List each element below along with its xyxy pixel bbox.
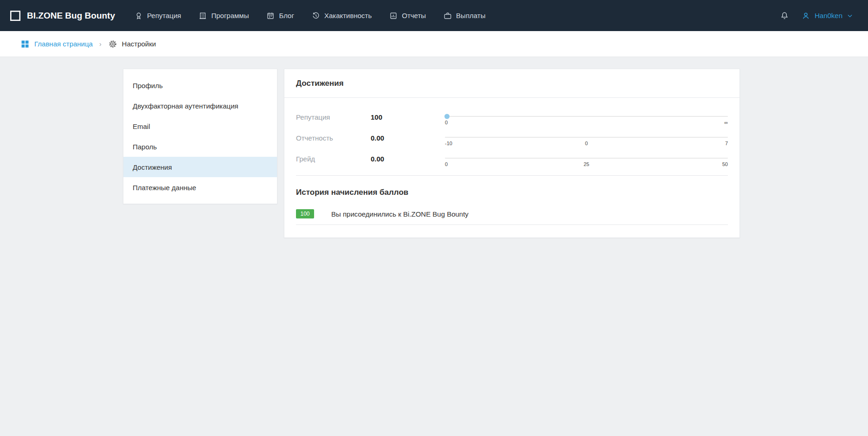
scale-mid: 25: [584, 161, 589, 167]
breadcrumb-current-label: Настройки: [122, 40, 156, 48]
sidebar-item-label: Профиль: [133, 82, 163, 90]
reputation-slider: 0 ∞: [445, 113, 728, 125]
slider-track: [445, 158, 728, 159]
history-title: История начисления баллов: [296, 188, 728, 197]
breadcrumb-home[interactable]: Главная страница: [20, 39, 93, 49]
sidebar-item-label: Пароль: [133, 143, 157, 151]
nav-label: Блог: [279, 12, 294, 19]
sidebar-item-profile[interactable]: Профиль: [123, 75, 277, 96]
nav-label: Репутация: [147, 12, 181, 19]
metric-row-grade: Грейд 0.00 0 25 50: [296, 154, 728, 167]
nav-right-area: Han0ken: [780, 11, 853, 20]
grade-slider: 0 25 50: [445, 154, 728, 167]
nav-item-blog[interactable]: Блог: [266, 12, 294, 20]
scale-max: 7: [725, 141, 728, 146]
programs-icon: [199, 12, 207, 20]
user-icon: [801, 11, 810, 20]
dashboard-icon: [20, 39, 30, 49]
slider-handle: [444, 114, 450, 119]
blog-icon: [266, 12, 275, 20]
user-menu[interactable]: Han0ken: [801, 11, 853, 20]
history-entry-text: Вы присоединились к Bi.ZONE Bug Bounty: [331, 210, 469, 218]
slider-track: [445, 137, 728, 138]
username: Han0ken: [815, 12, 842, 19]
content-area: Профиль Двухфакторная аутентификация Ema…: [123, 69, 868, 238]
scale-max: ∞: [724, 120, 728, 125]
reporting-slider: -10 0 7: [445, 134, 728, 146]
scale-min: 0: [445, 161, 448, 167]
sidebar-item-two-factor[interactable]: Двухфакторная аутентификация: [123, 96, 277, 116]
nav-label: Хакактивность: [324, 12, 372, 19]
history-entry: 100 Вы присоединились к Bi.ZONE Bug Boun…: [296, 209, 728, 225]
sidebar-item-label: Платежные данные: [133, 184, 196, 192]
achievements-panel: Достижения Репутация 100 0 ∞ Отчетн: [284, 69, 740, 238]
breadcrumb: Главная страница › Настройки: [0, 31, 868, 57]
nav-item-reputation[interactable]: Репутация: [135, 12, 181, 20]
metric-value: 100: [371, 113, 445, 125]
sidebar-item-payment-details[interactable]: Платежные данные: [123, 177, 277, 198]
scale-max: 50: [722, 161, 728, 167]
nav-item-reports[interactable]: Отчеты: [389, 12, 426, 20]
main-menu: Репутация Программы Блог: [135, 12, 485, 20]
nav-item-payouts[interactable]: Выплаты: [444, 12, 485, 20]
metric-label: Отчетность: [296, 134, 371, 146]
slider-track: [445, 116, 728, 117]
breadcrumb-current: Настройки: [108, 39, 156, 49]
metrics-block: Репутация 100 0 ∞ Отчетность 0.00: [284, 98, 739, 167]
sidebar-item-email[interactable]: Email: [123, 116, 277, 136]
metric-value: 0.00: [371, 134, 445, 146]
sidebar-item-label: Email: [133, 122, 150, 130]
slider-scale: -10 0 7: [445, 141, 728, 146]
metric-row-reputation: Репутация 100 0 ∞: [296, 113, 728, 125]
points-badge: 100: [296, 209, 314, 218]
nav-label: Выплаты: [456, 12, 485, 19]
metric-row-reporting: Отчетность 0.00 -10 0 7: [296, 134, 728, 146]
breadcrumb-separator: ›: [99, 40, 102, 48]
slider-scale: 0 ∞: [445, 120, 728, 125]
scale-min: 0: [445, 120, 448, 125]
scale-min: -10: [445, 141, 452, 146]
scale-mid: 0: [585, 141, 588, 146]
nav-label: Программы: [211, 12, 249, 19]
nav-item-hacktivity[interactable]: Хакактивность: [312, 12, 372, 20]
hacktivity-icon: [312, 12, 320, 20]
reports-icon: [389, 12, 398, 20]
sidebar-item-password[interactable]: Пароль: [123, 136, 277, 157]
brand-title: BI.ZONE Bug Bounty: [27, 11, 115, 21]
settings-sidebar: Профиль Двухфакторная аутентификация Ema…: [123, 69, 277, 204]
bizone-logo-icon: [9, 10, 21, 22]
section-divider: [296, 175, 728, 176]
reputation-icon: [135, 12, 143, 20]
sidebar-item-achievements[interactable]: Достижения: [123, 157, 277, 177]
sidebar-item-label: Достижения: [133, 163, 172, 171]
notifications-bell-icon[interactable]: [780, 11, 789, 20]
nav-item-programs[interactable]: Программы: [199, 12, 249, 20]
gear-icon: [108, 39, 117, 49]
top-navigation: BI.ZONE Bug Bounty Репутация Программы: [0, 0, 868, 31]
metric-value: 0.00: [371, 154, 445, 167]
nav-label: Отчеты: [402, 12, 426, 19]
metric-label: Грейд: [296, 154, 371, 167]
brand-logo[interactable]: BI.ZONE Bug Bounty: [9, 10, 115, 22]
slider-scale: 0 25 50: [445, 161, 728, 167]
sidebar-item-label: Двухфакторная аутентификация: [133, 102, 238, 110]
payouts-icon: [444, 12, 452, 20]
breadcrumb-home-label: Главная страница: [34, 40, 93, 48]
panel-title: Достижения: [284, 69, 739, 98]
metric-label: Репутация: [296, 113, 371, 125]
chevron-down-icon: [847, 13, 853, 19]
